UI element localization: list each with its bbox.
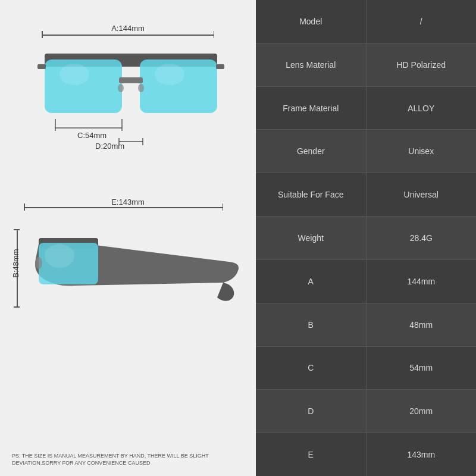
spec-key: E	[256, 433, 367, 476]
svg-text:D:20mm: D:20mm	[95, 142, 124, 151]
spec-key: A	[256, 260, 367, 303]
main-container: A:144mm	[0, 0, 476, 476]
e-line	[24, 207, 223, 208]
spec-value: ALLOY	[367, 87, 477, 130]
spec-row: Lens MaterialHD Polarized	[256, 43, 476, 87]
top-diagram: A:144mm	[12, 18, 244, 190]
svg-text:C:54mm: C:54mm	[77, 131, 107, 140]
svg-point-8	[60, 64, 89, 85]
e-tick-right	[223, 203, 224, 211]
b-label: B:48mm	[11, 249, 20, 277]
svg-point-7	[138, 84, 144, 92]
spec-key: B	[256, 303, 367, 346]
svg-point-21	[35, 257, 42, 269]
a-label: A:144mm	[111, 24, 145, 33]
spec-value: Universal	[367, 173, 477, 216]
bottom-diagram: E:143mm B:48mm	[12, 196, 244, 345]
a-tick-right	[214, 31, 215, 38]
spec-row: B48mm	[256, 303, 476, 347]
spec-value: HD Polarized	[367, 43, 477, 86]
right-panel: Model/Lens MaterialHD PolarizedFrame Mat…	[256, 0, 476, 476]
svg-rect-4	[37, 64, 46, 69]
b-tick-bottom	[14, 306, 20, 308]
spec-value: 20mm	[367, 390, 477, 433]
spec-row: Suitable For FaceUniversal	[256, 173, 476, 217]
spec-row: Frame MaterialALLOY	[256, 87, 476, 130]
spec-key: Suitable For Face	[256, 173, 367, 216]
spec-value: 143mm	[367, 433, 477, 476]
svg-point-6	[118, 84, 124, 92]
svg-point-9	[155, 64, 184, 85]
spec-row: A144mm	[256, 260, 476, 303]
a-line	[42, 35, 214, 36]
spec-row: E143mm	[256, 433, 476, 476]
spec-key: Lens Material	[256, 43, 367, 86]
spec-value: 144mm	[367, 260, 477, 303]
spec-key: C	[256, 347, 367, 390]
a-tick-left	[42, 31, 43, 38]
spec-value: 54mm	[367, 347, 477, 390]
glasses-front-svg: C:54mm D:20mm	[27, 42, 235, 178]
svg-rect-3	[119, 77, 143, 83]
left-panel: A:144mm	[0, 0, 256, 476]
spec-key: Weight	[256, 217, 367, 259]
spec-key: Frame Material	[256, 87, 367, 130]
svg-point-20	[45, 244, 74, 268]
spec-table: Model/Lens MaterialHD PolarizedFrame Mat…	[256, 0, 476, 476]
spec-key: Gender	[256, 130, 367, 173]
spec-row: GenderUnisex	[256, 130, 476, 173]
spec-value: /	[367, 0, 477, 43]
glasses-side-svg	[27, 220, 247, 339]
b-tick-top	[14, 229, 20, 230]
spec-key: Model	[256, 0, 367, 43]
spec-row: D20mm	[256, 390, 476, 433]
spec-value: Unisex	[367, 130, 477, 173]
spec-row: C54mm	[256, 347, 476, 390]
spec-value: 48mm	[367, 303, 477, 346]
spec-key: D	[256, 390, 367, 433]
spec-row: Model/	[256, 0, 476, 43]
e-tick-left	[24, 203, 25, 211]
spec-value: 28.4G	[367, 217, 477, 259]
e-label: E:143mm	[111, 198, 145, 206]
spec-row: Weight28.4G	[256, 217, 476, 260]
svg-rect-5	[216, 64, 224, 69]
ps-note: PS: THE SIZE IS MANUAL MEASUREMENT BY HA…	[12, 452, 220, 467]
